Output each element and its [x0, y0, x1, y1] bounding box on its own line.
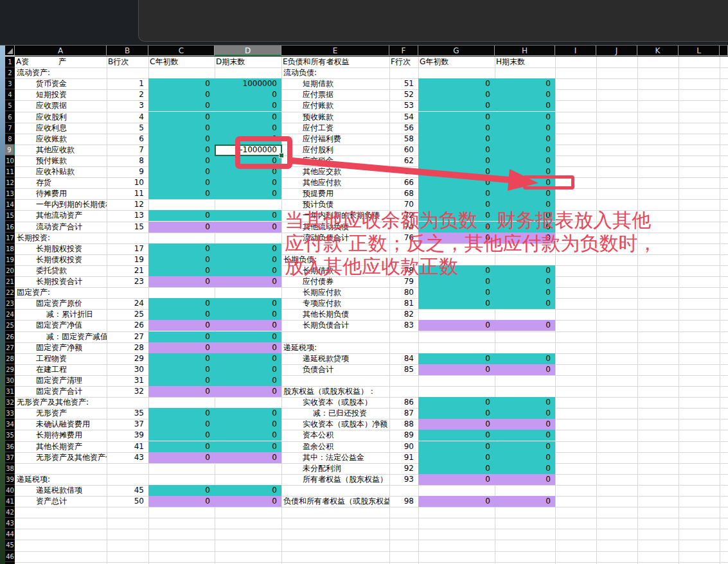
cell-a41[interactable]: 资产总计 — [36, 496, 107, 507]
cell-h9[interactable]: 0 — [495, 145, 551, 155]
cell-b34[interactable]: 37 — [107, 419, 144, 430]
cell-a20[interactable]: 委托贷款 — [36, 265, 107, 276]
cell-a35[interactable]: 长期待摊费用 — [36, 430, 107, 441]
row-header-7[interactable]: 7 — [5, 123, 15, 134]
cell-g13[interactable]: 0 — [418, 188, 490, 199]
cell-c9[interactable]: 0 — [148, 145, 210, 155]
row-header-13[interactable]: 13 — [5, 188, 15, 199]
row-header-21[interactable]: 21 — [5, 276, 15, 287]
cell-c21[interactable]: 0 — [148, 276, 210, 287]
cell-f33[interactable]: 87 — [389, 408, 414, 419]
cell-c13[interactable]: 0 — [148, 188, 210, 199]
cell-g23[interactable]: 0 — [418, 298, 490, 309]
cell-a6[interactable]: 应收股利 — [36, 112, 107, 123]
cell-e10[interactable]: 应交税金 — [303, 155, 389, 166]
cell-e41[interactable]: 负债和所有者权益（或股东权益）总计 — [283, 496, 389, 507]
cell-b10[interactable]: 8 — [107, 155, 144, 166]
cell-a17[interactable]: 长期投资: — [17, 233, 107, 243]
cell-a30[interactable]: 固定资产清理 — [36, 375, 107, 386]
row-header-23[interactable]: 23 — [5, 298, 15, 309]
cell-e25[interactable]: 长期负债合计 — [303, 320, 389, 331]
cell-h5[interactable]: 0 — [495, 100, 551, 111]
cell-f22[interactable]: 80 — [389, 287, 414, 298]
cell-e24[interactable]: 其他长期负债 — [303, 309, 389, 320]
cell-a19[interactable]: 长期债权投资 — [36, 254, 107, 265]
row-header-6[interactable]: 6 — [5, 112, 15, 123]
cell-b37[interactable]: 43 — [107, 452, 144, 463]
cell-f29[interactable]: 85 — [389, 364, 414, 375]
cell-a34[interactable]: 未确认融资费用 — [36, 419, 107, 430]
column-header-d[interactable]: D — [215, 46, 281, 56]
row-header-45[interactable]: 45 — [5, 540, 15, 551]
cell-e12[interactable]: 其他应付款 — [303, 177, 389, 188]
cell-b14[interactable]: 12 — [107, 199, 144, 210]
cell-h23[interactable]: 0 — [495, 298, 551, 309]
cell-f9[interactable]: 60 — [389, 145, 414, 155]
row-header-4[interactable]: 4 — [5, 89, 15, 100]
column-header-l[interactable]: L — [679, 46, 720, 56]
column-header-i[interactable]: I — [555, 46, 596, 56]
cell-a28[interactable]: 工程物资 — [36, 353, 107, 364]
cell-g32[interactable]: 0 — [418, 397, 490, 408]
cell-d23[interactable]: 0 — [215, 298, 277, 309]
cell-a21[interactable]: 长期投资合计 — [36, 276, 107, 287]
row-header-12[interactable]: 12 — [5, 177, 15, 188]
select-all-corner[interactable] — [5, 46, 15, 56]
cell-h6[interactable]: 0 — [495, 112, 551, 123]
cell-g36[interactable]: 0 — [418, 441, 490, 452]
cell-a10[interactable]: 预付账款 — [36, 155, 107, 166]
cell-g10[interactable]: 0 — [418, 155, 490, 166]
cell-g22[interactable]: 0 — [418, 287, 490, 298]
cell-e33[interactable]: 减：已归还投资 — [313, 408, 389, 419]
cell-g38[interactable]: 0 — [418, 463, 490, 474]
cell-e39[interactable]: 所有者权益（股东权益） — [303, 474, 389, 485]
cell-f35[interactable]: 89 — [389, 430, 414, 441]
column-header-e[interactable]: E — [281, 46, 389, 56]
cell-e32[interactable]: 实收资本（或股本） — [303, 397, 389, 408]
cell-b1[interactable]: B行次 — [108, 57, 148, 67]
cell-f23[interactable]: 81 — [389, 298, 414, 309]
cell-b4[interactable]: 2 — [107, 89, 144, 100]
cell-b8[interactable]: 6 — [107, 134, 144, 145]
cell-d7[interactable]: 0 — [215, 123, 277, 134]
cell-b27[interactable]: 28 — [107, 342, 144, 353]
cell-h1[interactable]: H期末数 — [496, 57, 555, 67]
cell-h33[interactable]: 0 — [495, 408, 551, 419]
cell-e6[interactable]: 预收账款 — [303, 112, 389, 123]
cell-d1[interactable]: D期末数 — [216, 57, 281, 67]
cell-b16[interactable]: 15 — [107, 222, 144, 233]
cell-h10[interactable]: 0 — [495, 155, 551, 166]
cell-b19[interactable]: 19 — [107, 254, 144, 265]
cell-b35[interactable]: 39 — [107, 430, 144, 441]
cell-c10[interactable]: 0 — [148, 155, 210, 166]
row-header-28[interactable]: 28 — [5, 353, 15, 364]
cell-c27[interactable]: 0 — [148, 342, 210, 353]
cell-c5[interactable]: 0 — [148, 100, 210, 111]
column-header-g[interactable]: G — [418, 46, 495, 56]
row-header-29[interactable]: 29 — [5, 364, 15, 375]
column-header-h[interactable]: H — [495, 46, 555, 56]
cell-c26[interactable]: 0 — [148, 331, 210, 342]
cell-b5[interactable]: 3 — [107, 100, 144, 111]
cell-a31[interactable]: 固定资产合计 — [36, 386, 107, 397]
cell-f8[interactable]: 58 — [389, 134, 414, 145]
cell-f37[interactable]: 91 — [389, 452, 414, 463]
row-header-17[interactable]: 17 — [5, 233, 15, 243]
row-header-3[interactable]: 3 — [5, 78, 15, 89]
row-header-44[interactable]: 44 — [5, 529, 15, 540]
cell-e4[interactable]: 应付票据 — [303, 89, 389, 100]
cell-b6[interactable]: 4 — [107, 112, 144, 123]
cell-a39[interactable]: 递延税项: — [17, 474, 107, 485]
cell-b28[interactable]: 29 — [107, 353, 144, 364]
cell-d21[interactable]: 0 — [215, 276, 277, 287]
row-header-14[interactable]: 14 — [5, 199, 15, 210]
cell-f12[interactable]: 66 — [389, 177, 414, 188]
cell-b24[interactable]: 25 — [107, 309, 144, 320]
row-header-16[interactable]: 16 — [5, 222, 15, 233]
cell-a37[interactable]: 无形资产及其他资产合计 — [36, 452, 107, 463]
cell-c30[interactable]: 0 — [148, 375, 210, 386]
cell-a22[interactable]: 固定资产: — [17, 287, 107, 298]
cell-a32[interactable]: 无形资产及其他资产: — [17, 397, 107, 408]
cell-g37[interactable]: 0 — [418, 452, 490, 463]
cell-d29[interactable]: 0 — [215, 364, 277, 375]
